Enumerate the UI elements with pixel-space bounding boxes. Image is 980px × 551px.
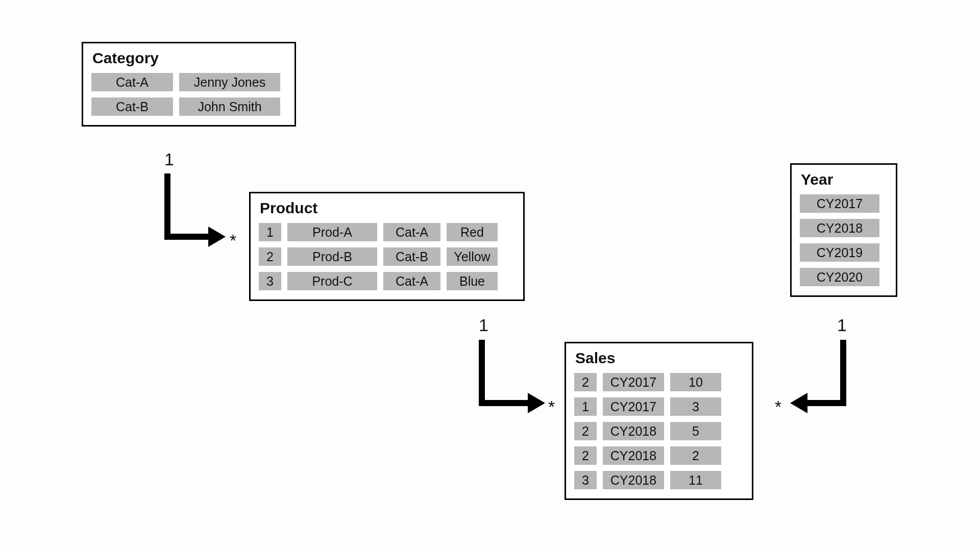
cell: CY2017 bbox=[800, 194, 879, 213]
entity-year-title: Year bbox=[801, 171, 888, 188]
cardinality-label: 1 bbox=[164, 149, 174, 169]
cell: 10 bbox=[670, 373, 721, 391]
cardinality-label: * bbox=[548, 397, 555, 417]
cell: John Smith bbox=[179, 97, 280, 116]
cell: Red bbox=[447, 223, 498, 241]
cell: CY2018 bbox=[603, 446, 664, 465]
cell: 2 bbox=[574, 446, 597, 465]
table-row: 2 Prod-B Cat-B Yellow bbox=[259, 247, 515, 266]
table-row: Cat-A Jenny Jones bbox=[91, 73, 286, 91]
cardinality-label: * bbox=[775, 397, 781, 417]
table-row: 1 Prod-A Cat-A Red bbox=[259, 223, 515, 241]
table-row: CY2020 bbox=[800, 268, 888, 286]
cell: 2 bbox=[670, 446, 721, 465]
diagram-stage: Category Cat-A Jenny Jones Cat-B John Sm… bbox=[0, 0, 980, 551]
relation-arrow-product-sales bbox=[479, 340, 545, 406]
cell: Cat-A bbox=[91, 73, 173, 91]
cell: 2 bbox=[259, 247, 281, 266]
cell: Blue bbox=[447, 272, 498, 290]
cell: Prod-C bbox=[287, 272, 377, 290]
cell: Cat-B bbox=[383, 247, 440, 266]
cell: Cat-B bbox=[91, 97, 173, 116]
cell: 2 bbox=[574, 422, 597, 440]
table-row: Cat-B John Smith bbox=[91, 97, 286, 116]
cell: CY2017 bbox=[603, 373, 664, 391]
cardinality-label: 1 bbox=[479, 315, 488, 335]
cell: 3 bbox=[574, 471, 597, 489]
entity-year: Year CY2017 CY2018 CY2019 CY2020 bbox=[790, 163, 897, 297]
relation-arrow-year-sales bbox=[790, 340, 846, 406]
cell: Cat-A bbox=[383, 223, 440, 241]
cell: CY2019 bbox=[800, 243, 879, 262]
cell: CY2018 bbox=[603, 471, 664, 489]
cardinality-label: * bbox=[230, 231, 236, 251]
entity-category: Category Cat-A Jenny Jones Cat-B John Sm… bbox=[82, 42, 296, 127]
cell: CY2017 bbox=[603, 397, 664, 416]
cell: CY2018 bbox=[800, 219, 879, 237]
cell: 3 bbox=[670, 397, 721, 416]
relation-arrow-category-product bbox=[164, 173, 226, 240]
table-row: 2 CY2018 2 bbox=[574, 446, 744, 465]
cardinality-label: 1 bbox=[837, 315, 847, 335]
cell: Yellow bbox=[447, 247, 498, 266]
entity-product: Product 1 Prod-A Cat-A Red 2 Prod-B Cat-… bbox=[249, 192, 525, 301]
entity-category-title: Category bbox=[92, 49, 286, 67]
cell: CY2020 bbox=[800, 268, 879, 286]
table-row: CY2017 bbox=[800, 194, 888, 213]
cell: 1 bbox=[574, 397, 597, 416]
cell: 1 bbox=[259, 223, 281, 241]
cell: Prod-A bbox=[287, 223, 377, 241]
cell: 2 bbox=[574, 373, 597, 391]
cell: Jenny Jones bbox=[179, 73, 280, 91]
cell: 3 bbox=[259, 272, 281, 290]
table-row: 3 CY2018 11 bbox=[574, 471, 744, 489]
table-row: CY2018 bbox=[800, 219, 888, 237]
cell: Prod-B bbox=[287, 247, 377, 266]
entity-product-title: Product bbox=[260, 199, 515, 217]
cell: 5 bbox=[670, 422, 721, 440]
entity-sales-title: Sales bbox=[575, 349, 744, 367]
table-row: 3 Prod-C Cat-A Blue bbox=[259, 272, 515, 290]
cell: Cat-A bbox=[383, 272, 440, 290]
cell: 11 bbox=[670, 471, 721, 489]
table-row: CY2019 bbox=[800, 243, 888, 262]
table-row: 2 CY2018 5 bbox=[574, 422, 744, 440]
table-row: 1 CY2017 3 bbox=[574, 397, 744, 416]
cell: CY2018 bbox=[603, 422, 664, 440]
table-row: 2 CY2017 10 bbox=[574, 373, 744, 391]
entity-sales: Sales 2 CY2017 10 1 CY2017 3 2 CY2018 5 … bbox=[565, 342, 753, 500]
